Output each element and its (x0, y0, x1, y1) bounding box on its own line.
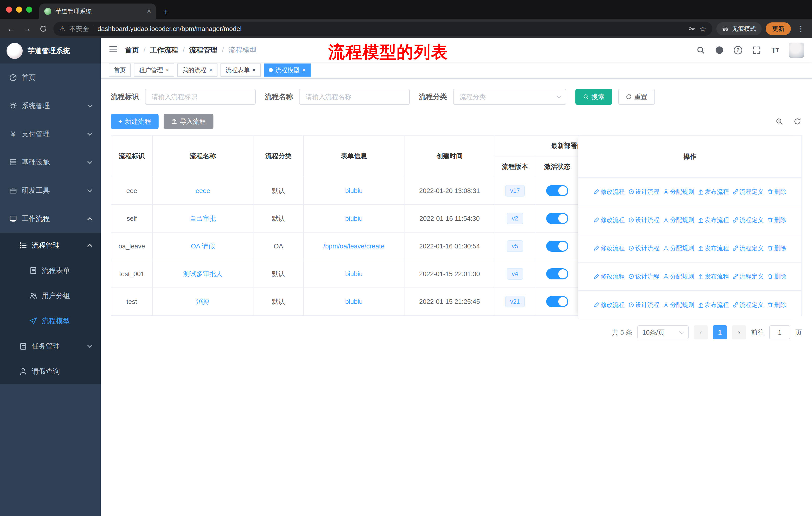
close-icon[interactable]: × (252, 67, 256, 73)
breadcrumb-item[interactable]: 首页 (125, 45, 139, 55)
publish-process-link[interactable]: 发布流程 (698, 188, 729, 196)
process-name-input[interactable] (299, 89, 410, 105)
active-toggle[interactable] (546, 185, 568, 196)
create-process-button[interactable]: + 新建流程 (111, 114, 158, 129)
delete-process-link[interactable]: 删除 (767, 188, 786, 196)
form-info-link[interactable]: biubiu (345, 215, 362, 222)
tag-tenant[interactable]: 租户管理 × (134, 63, 174, 77)
search-icon[interactable] (696, 45, 706, 55)
tag-process-form[interactable]: 流程表单 × (221, 63, 261, 77)
sidebar-item-home[interactable]: 首页 (0, 63, 101, 92)
breadcrumb-item[interactable]: 工作流程 (150, 45, 178, 55)
github-icon[interactable] (714, 45, 724, 55)
design-process-link[interactable]: 设计流程 (628, 272, 660, 280)
design-process-link[interactable]: 设计流程 (628, 216, 660, 224)
browser-menu-icon[interactable]: ⋮ (795, 24, 807, 33)
user-avatar[interactable] (789, 43, 804, 58)
delete-process-link[interactable]: 删除 (767, 272, 786, 280)
goto-page-input[interactable] (769, 325, 790, 340)
process-definition-link[interactable]: 流程定义 (732, 216, 764, 224)
page-1-button[interactable]: 1 (713, 325, 727, 340)
form-info-link[interactable]: biubiu (345, 298, 362, 305)
zoom-window-button[interactable] (26, 6, 32, 12)
design-process-link[interactable]: 设计流程 (628, 188, 660, 196)
breadcrumb-item[interactable]: 流程管理 (189, 45, 218, 55)
process-name-link[interactable]: 自己审批 (190, 215, 216, 222)
sidebar-item-user-group[interactable]: 用户分组 (0, 283, 101, 308)
delete-process-link[interactable]: 删除 (767, 216, 786, 224)
password-key-icon[interactable] (688, 25, 695, 32)
sidebar-item-devtools[interactable]: 研发工具 (0, 176, 101, 205)
sidebar-item-infrastructure[interactable]: 基础设施 (0, 148, 101, 176)
assign-rule-link[interactable]: 分配规则 (663, 272, 694, 280)
sidebar-item-task-management[interactable]: 任务管理 (0, 333, 101, 359)
sidebar-item-payment[interactable]: ¥ 支付管理 (0, 120, 101, 148)
update-button[interactable]: 更新 (766, 22, 791, 35)
sidebar-item-process-management[interactable]: 流程管理 (0, 233, 101, 258)
process-definition-link[interactable]: 流程定义 (732, 272, 764, 280)
design-process-link[interactable]: 设计流程 (628, 244, 660, 252)
form-info-link[interactable]: biubiu (345, 187, 362, 194)
bookmark-star-icon[interactable]: ☆ (699, 24, 706, 33)
tag-home[interactable]: 首页 (109, 63, 131, 77)
process-name-link[interactable]: 测试多审批人 (183, 270, 223, 278)
process-definition-link[interactable]: 流程定义 (732, 188, 764, 196)
edit-process-link[interactable]: 修改流程 (593, 188, 625, 196)
publish-process-link[interactable]: 发布流程 (698, 244, 729, 252)
browser-tab[interactable]: 芋道管理系统 × (39, 3, 156, 19)
publish-process-link[interactable]: 发布流程 (698, 301, 729, 309)
refresh-icon[interactable] (793, 117, 802, 126)
edit-process-link[interactable]: 修改流程 (593, 216, 625, 224)
process-definition-link[interactable]: 流程定义 (732, 244, 764, 252)
forward-icon[interactable]: → (21, 23, 33, 35)
page-size-select[interactable]: 10条/页 (637, 325, 689, 340)
edit-process-link[interactable]: 修改流程 (593, 244, 625, 252)
edit-process-link[interactable]: 修改流程 (593, 301, 625, 309)
reset-button[interactable]: 重置 (618, 89, 655, 105)
close-window-button[interactable] (6, 6, 12, 12)
fullscreen-icon[interactable] (752, 45, 762, 55)
close-icon[interactable]: × (302, 67, 306, 73)
design-process-link[interactable]: 设计流程 (628, 301, 660, 309)
form-info-link[interactable]: biubiu (345, 270, 362, 278)
security-warning-icon[interactable]: ⚠ (59, 25, 65, 33)
active-toggle[interactable] (546, 241, 568, 252)
process-definition-link[interactable]: 流程定义 (732, 301, 764, 309)
form-info-link[interactable]: /bpm/oa/leave/create (323, 242, 385, 250)
close-icon[interactable]: × (209, 67, 212, 73)
prev-page-button[interactable]: ‹ (694, 325, 708, 340)
process-name-link[interactable]: OA 请假 (191, 242, 215, 250)
import-process-button[interactable]: 导入流程 (164, 114, 213, 129)
font-size-icon[interactable]: TT (770, 45, 780, 55)
tag-process-model[interactable]: 流程模型 × (264, 63, 311, 77)
minimize-window-button[interactable] (16, 6, 22, 12)
hide-search-icon[interactable] (775, 117, 784, 126)
tag-my-process[interactable]: 我的流程 × (177, 63, 218, 77)
edit-process-link[interactable]: 修改流程 (593, 272, 625, 280)
search-button[interactable]: 搜索 (575, 89, 612, 105)
sidebar-item-process-form[interactable]: 流程表单 (0, 258, 101, 283)
publish-process-link[interactable]: 发布流程 (698, 272, 729, 280)
active-toggle[interactable] (546, 213, 568, 224)
process-name-link[interactable]: 滔搏 (196, 298, 209, 305)
address-field[interactable]: ⚠ 不安全 dashboard.yudao.iocoder.cn/bpm/man… (53, 22, 712, 36)
publish-process-link[interactable]: 发布流程 (698, 216, 729, 224)
tab-close-icon[interactable]: × (147, 8, 151, 15)
next-page-button[interactable]: › (732, 325, 746, 340)
sidebar-item-process-model[interactable]: 流程模型 (0, 308, 101, 333)
sidebar-item-leave-query[interactable]: 请假查询 (0, 359, 101, 384)
assign-rule-link[interactable]: 分配规则 (663, 301, 694, 309)
assign-rule-link[interactable]: 分配规则 (663, 188, 694, 196)
back-icon[interactable]: ← (5, 23, 17, 35)
process-key-input[interactable] (145, 89, 256, 105)
process-name-link[interactable]: eeee (196, 187, 210, 194)
close-icon[interactable]: × (166, 67, 169, 73)
delete-process-link[interactable]: 删除 (767, 301, 786, 309)
assign-rule-link[interactable]: 分配规则 (663, 244, 694, 252)
new-tab-button[interactable]: + (163, 7, 169, 17)
hamburger-icon[interactable] (109, 45, 118, 55)
sidebar-item-workflow[interactable]: 工作流程 (0, 205, 101, 233)
reload-icon[interactable] (37, 23, 49, 35)
assign-rule-link[interactable]: 分配规则 (663, 216, 694, 224)
process-category-select[interactable]: 流程分类 (453, 89, 566, 105)
